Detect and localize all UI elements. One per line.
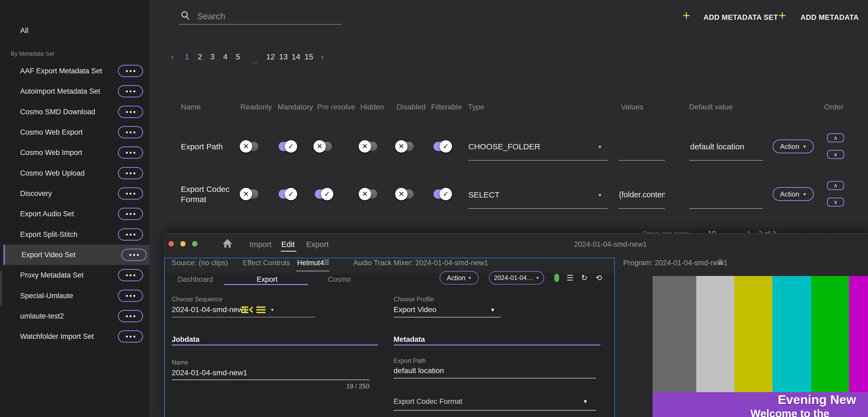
item-menu-button[interactable] [118,126,143,138]
sidebar-item[interactable]: Export Audio Set [0,204,150,224]
panel-menu-icon[interactable]: ☰ [718,259,723,266]
sidebar-item[interactable]: Special-Umlaute [0,286,150,306]
toggle-filterable[interactable]: ✓ [433,142,451,151]
sidebar-item[interactable]: Cosmo SMD Download [0,102,150,122]
page-prev-button[interactable]: ‹ [171,52,174,62]
maximize-window-button[interactable] [192,241,197,246]
sidebar-item-all[interactable]: All [20,26,28,35]
sidebar-item[interactable]: Export Split-Stitch [0,224,150,245]
action-button[interactable]: Action ▼ [773,139,814,153]
chevron-down-icon[interactable]: ▼ [583,398,588,405]
search-input[interactable]: Search [197,11,225,22]
sequence-list-icon[interactable] [241,306,253,314]
page-button[interactable]: 14 [290,53,302,61]
sidebar-item[interactable]: Watchfolder Import Set [0,326,150,347]
item-menu-button[interactable] [118,289,143,302]
tab-import[interactable]: Import [249,240,271,249]
page-button[interactable]: 15 [303,53,315,61]
tab-edit[interactable]: Edit [281,240,295,249]
values-underline[interactable] [619,160,665,161]
sidebar-item-selected[interactable]: Export Video Set [3,245,150,265]
panel-tab-helmut4[interactable]: Helmut4 [297,259,324,267]
name-input[interactable]: 2024-01-04-smd-new1 [172,369,247,377]
tab-dashboard[interactable]: Dashboard [178,275,213,284]
type-select[interactable]: SELECT [468,190,500,199]
add-metadata-button[interactable]: ADD METADATA [801,13,859,22]
toggle-mandatory[interactable]: ✓ [279,189,296,199]
action-button[interactable]: Action ▼ [773,187,814,201]
page-next-button[interactable]: › [321,52,324,62]
chevron-down-icon[interactable]: ▼ [490,307,495,313]
sequence-menu-icon[interactable] [256,306,266,314]
order-down-button[interactable]: ∨ [827,150,844,159]
toggle-readonly[interactable]: ✕ [241,189,258,199]
sidebar-item[interactable]: Cosmo Web Export [0,122,150,142]
item-menu-button[interactable] [118,269,143,281]
page-button[interactable]: 13 [278,53,289,61]
toggle-disabled[interactable]: ✕ [397,142,414,151]
toggle-hidden[interactable]: ✕ [360,142,377,151]
tab-export[interactable]: Export [306,240,329,249]
order-up-button[interactable]: ∧ [827,181,844,190]
toggle-filterable[interactable]: ✓ [433,189,451,199]
menu-icon[interactable]: ☰ [567,273,574,282]
toggle-preresolve[interactable]: ✕ [315,142,332,151]
default-underline[interactable] [689,208,763,209]
item-menu-button[interactable] [118,208,143,220]
tab-cosmo[interactable]: Cosmo [328,275,351,284]
choose-profile-value[interactable]: Export Video [394,305,436,314]
sequence-dropdown-button[interactable]: 2024-01-04… ▼ [489,271,544,284]
sidebar-item[interactable]: Cosmo Web Upload [0,163,150,183]
sidebar-item[interactable]: umlaute-test2 [0,306,150,326]
page-button[interactable]: 1 [181,53,193,61]
panel-tab-effect-controls[interactable]: Effect Controls [243,259,290,267]
item-menu-button[interactable] [118,228,143,241]
item-menu-button[interactable] [118,106,143,118]
export-codec-select[interactable]: Export Codec Format [394,397,462,406]
minimize-window-button[interactable] [180,241,186,246]
tab-export-inner[interactable]: Export [257,275,278,284]
panel-action-button[interactable]: Action ▼ [440,271,479,284]
sidebar-item[interactable]: Cosmo Web Import [0,142,150,163]
type-select[interactable]: CHOOSE_FOLDER [468,142,540,151]
sidebar-scrollbar[interactable] [0,271,2,306]
item-menu-button[interactable] [118,85,143,97]
chevron-down-icon[interactable]: ▼ [270,308,274,312]
item-menu-button[interactable] [121,249,147,261]
values-field[interactable]: {folder.content.{ [619,190,665,199]
item-menu-button[interactable] [118,167,143,179]
item-menu-button[interactable] [118,310,143,322]
toggle-disabled[interactable]: ✕ [397,189,414,199]
sidebar-item[interactable]: Discovery [0,183,150,204]
panel-menu-icon[interactable]: ☰ [324,259,330,266]
ellipsis-icon [126,274,128,276]
item-menu-button[interactable] [118,330,143,343]
choose-sequence-value[interactable]: 2024-01-04-smd-new1 [172,305,247,314]
toggle-readonly[interactable]: ✕ [241,142,258,151]
sidebar-item[interactable]: AAF Export Metadata Set [0,61,150,81]
page-button[interactable]: 12 [265,53,277,61]
sidebar-item[interactable]: Proxy Metadata Set [0,265,150,285]
sidebar-item[interactable]: Autoimport Metadata Set [0,81,150,101]
toggle-preresolve[interactable]: ✓ [315,189,332,199]
default-value-field[interactable]: default location [690,142,744,151]
refresh-icon[interactable]: ↻ [581,273,588,282]
page-button[interactable]: 3 [207,53,218,61]
home-icon[interactable] [222,237,233,249]
export-path-input[interactable]: default location [394,367,444,375]
toggle-hidden[interactable]: ✕ [360,189,377,199]
item-menu-button[interactable] [118,65,143,77]
add-metadata-set-button[interactable]: ADD METADATA SET [704,13,778,22]
item-menu-button[interactable] [118,146,143,159]
panel-tab-source[interactable]: Source: (no clips) [172,259,228,267]
order-down-button[interactable]: ∨ [827,198,844,207]
close-window-button[interactable] [168,241,174,246]
page-button[interactable]: 4 [219,53,231,61]
page-button[interactable]: 2 [194,53,206,61]
item-menu-button[interactable] [118,187,143,200]
page-button[interactable]: 5 [232,53,244,61]
toggle-mandatory[interactable]: ✓ [279,142,296,151]
order-up-button[interactable]: ∧ [827,133,844,142]
panel-tab-audio-track-mixer[interactable]: Audio Track Mixer: 2024-01-04-smd-new1 [353,259,488,267]
sync-icon[interactable]: ⟲ [595,273,602,282]
